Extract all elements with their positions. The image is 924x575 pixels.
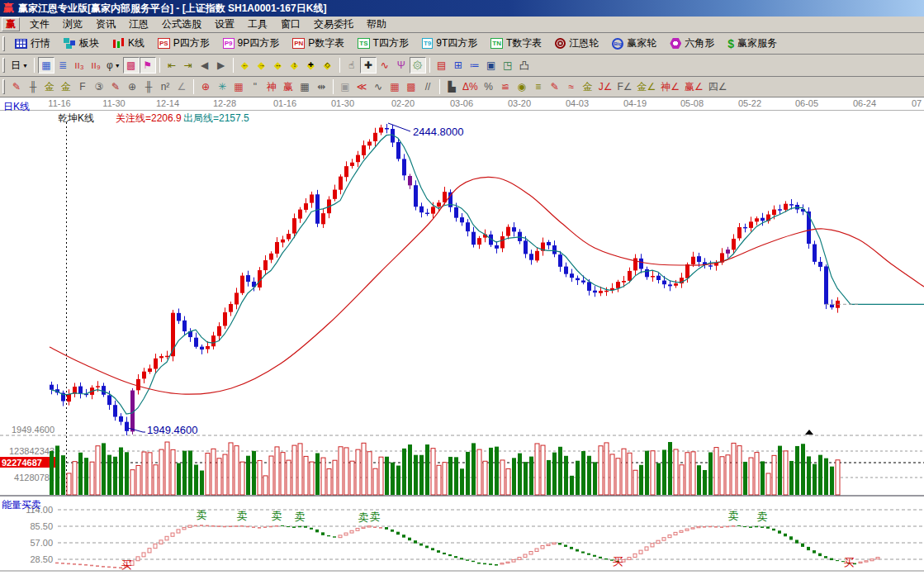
save-button[interactable]: ▣ <box>483 57 500 74</box>
menu-item-0[interactable]: 文件 <box>23 17 56 31</box>
ruler123-tool[interactable]: ▦ <box>296 78 313 95</box>
gold-grid2-tool[interactable]: 金 <box>58 78 74 95</box>
web-grid-tool[interactable]: ▦ <box>230 78 247 95</box>
calendar-button[interactable]: ▤ <box>434 57 450 74</box>
gold-circle-tool[interactable]: ◉ <box>514 78 530 95</box>
menu-item-1[interactable]: 浏览 <box>56 17 89 31</box>
t-square-button[interactable]: TST四方形 <box>351 35 415 53</box>
service-button[interactable]: $赢家服务 <box>721 35 784 53</box>
shen-grid-tool[interactable]: 神 <box>263 78 280 95</box>
oscillator-dash <box>223 526 226 528</box>
menu-item-5[interactable]: 设置 <box>208 17 241 31</box>
percent-lines-tool[interactable]: ≌ <box>497 78 514 95</box>
p-number-button[interactable]: PNP数字表 <box>286 35 351 53</box>
shen-angle-tool[interactable]: 神∠ <box>658 78 682 95</box>
menu-item-9[interactable]: 帮助 <box>360 17 393 31</box>
menu-item-4[interactable]: 公式选股 <box>155 17 208 31</box>
flag-tool-button[interactable]: ⚑ <box>140 57 156 74</box>
f-angle-tool[interactable]: F∠ <box>614 78 634 95</box>
crosshair-tool-button[interactable]: ✚ <box>360 57 377 74</box>
menu-item-8[interactable]: 交易委托 <box>307 17 360 31</box>
trend-zoom-button[interactable]: ∿ <box>377 57 393 74</box>
magic-tool-button[interactable]: Ψ <box>393 57 410 74</box>
zoom-v-button[interactable]: ◆↕ <box>287 57 303 74</box>
menu-item-6[interactable]: 工具 <box>241 17 274 31</box>
compass-tool[interactable]: ⊕ <box>124 78 140 95</box>
delta-percent-tool[interactable]: Δ% <box>460 78 481 95</box>
hexagon-button[interactable]: 六角形 <box>663 35 721 53</box>
wave-tool[interactable]: ∿ <box>370 78 386 95</box>
protractor-tool[interactable]: ∠ <box>173 78 190 95</box>
t9-square-button[interactable]: T99T四方形 <box>415 35 484 53</box>
t-number-button[interactable]: TNT数字表 <box>484 35 548 53</box>
menu-item-3[interactable]: 江恩 <box>122 17 155 31</box>
kline-button[interactable]: K线 <box>106 35 151 53</box>
p-square-button[interactable]: PSP四方形 <box>151 35 216 53</box>
pen-tool[interactable]: ✎ <box>8 78 25 95</box>
p9-square-button[interactable]: P99P四方形 <box>216 35 286 53</box>
gann-wheel-button[interactable]: 江恩轮 <box>548 35 605 53</box>
gold-grid-tool[interactable]: 金 <box>41 78 58 95</box>
dense-grid-tool[interactable]: ▩ <box>403 78 419 95</box>
candle-body <box>685 264 689 278</box>
menu-logo-icon[interactable]: 赢 <box>2 17 20 31</box>
slash-lines-tool[interactable]: // <box>419 78 436 95</box>
print-button[interactable]: 凸 <box>516 57 533 74</box>
hand-tool-button[interactable]: ☝ <box>344 57 360 74</box>
net-save-button[interactable]: ◳ <box>500 57 516 74</box>
n2-tool[interactable]: n² <box>157 78 173 95</box>
analysis-tool-button[interactable]: ۞ <box>410 57 426 74</box>
candle-body <box>576 278 580 280</box>
pen3-tool[interactable]: ✎ <box>547 78 563 95</box>
span-arrow-tool[interactable]: ⇹ <box>313 78 329 95</box>
pattern-view-button[interactable]: ▦ <box>38 57 54 74</box>
menu-item-7[interactable]: 窗口 <box>274 17 307 31</box>
period-day-dropdown[interactable]: 日▼ <box>8 57 31 74</box>
quotes-button[interactable]: 行情 <box>8 35 57 53</box>
j-angle-tool[interactable]: J∠ <box>596 78 615 95</box>
toolbar-grip[interactable] <box>2 36 5 51</box>
sectors-button[interactable]: 板块 <box>57 35 106 53</box>
spiral-grid-tool[interactable]: ③ <box>91 78 107 95</box>
percent-tool[interactable]: % <box>481 78 497 95</box>
first-page-button[interactable]: ⇤ <box>163 57 180 74</box>
info-panel-button[interactable]: ≣ <box>54 57 71 74</box>
toolbar-grip[interactable] <box>2 58 5 73</box>
shift-left-button[interactable]: ◆← <box>237 57 254 74</box>
menu-item-2[interactable]: 资讯 <box>89 17 122 31</box>
bars3-button[interactable]: ıı₃ <box>71 57 88 74</box>
bars9-button[interactable]: ıı₉ <box>88 57 104 74</box>
qiankun-toggle-button[interactable]: ▩ <box>123 57 140 74</box>
candle-style-dropdown[interactable]: φ▼ <box>104 57 123 74</box>
notes-button[interactable]: ≔ <box>467 57 483 74</box>
target-tool[interactable]: ⊕ <box>197 78 214 95</box>
winner-wheel-button[interactable]: Big赢家轮 <box>605 35 663 53</box>
gold-band-tool[interactable]: 金 <box>580 78 596 95</box>
calculator-button[interactable]: ⊞ <box>450 57 467 74</box>
last-page-button[interactable]: ⇥ <box>180 57 197 74</box>
zoom-all-button[interactable]: ◆✚ <box>303 57 320 74</box>
fan-lines-tool[interactable]: ≪ <box>353 78 370 95</box>
star-web-tool[interactable]: ✳ <box>214 78 230 95</box>
hist-tool[interactable]: ▙ <box>443 78 460 95</box>
win-grid-tool[interactable]: 赢 <box>280 78 296 95</box>
chart-canvas[interactable]: 11-1611-3012-1412-2801-1601-3002-2003-06… <box>0 97 924 575</box>
prev-button[interactable]: ◀ <box>197 57 213 74</box>
win-angle-tool[interactable]: 赢∠ <box>682 78 706 95</box>
tick-marks-tool[interactable]: ʺ <box>247 78 263 95</box>
red-grid-tool[interactable]: ▦ <box>386 78 403 95</box>
shift-right-button[interactable]: ◆→ <box>254 57 270 74</box>
ruler-grid-tool[interactable]: ╫ <box>140 78 157 95</box>
four-angle-tool[interactable]: 四∠ <box>706 78 730 95</box>
wave-band-tool[interactable]: ≈ <box>563 78 580 95</box>
next-button[interactable]: ▶ <box>213 57 230 74</box>
box-select-tool[interactable]: ▣ <box>337 78 353 95</box>
pen2-tool[interactable]: ✎ <box>107 78 124 95</box>
center-view-button[interactable]: ◆◇ <box>320 57 336 74</box>
gold-lines-tool[interactable]: ≡ <box>530 78 547 95</box>
gold-angle-tool[interactable]: 金∠ <box>635 78 659 95</box>
f-grid-tool[interactable]: F <box>74 78 91 95</box>
grid-tool[interactable]: ╫ <box>25 78 41 95</box>
toolbar-grip[interactable] <box>2 79 5 94</box>
zoom-h-button[interactable]: ◆↔ <box>270 57 287 74</box>
